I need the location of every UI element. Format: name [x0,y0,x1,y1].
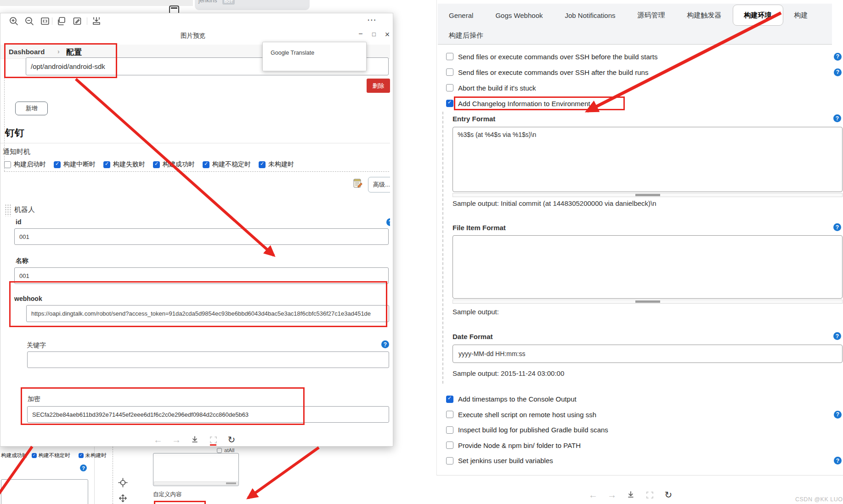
google-translate-popup[interactable]: Google Translate [262,42,367,71]
tab-构建触发器[interactable]: 构建触发器 [676,4,733,27]
notify-timing-label: 通知时机 [3,147,30,156]
checkbox[interactable] [259,161,266,168]
checkbox[interactable] [203,161,209,168]
checkbox[interactable] [79,453,84,458]
id-label: id [16,218,21,226]
toolbar-divider [52,17,52,25]
file-item-format-textarea[interactable] [453,235,843,299]
refresh-icon[interactable]: ↻ [662,489,674,501]
background-browser-tab [0,0,193,6]
tab-post-build-actions[interactable]: 构建后操作 [449,31,483,40]
checkbox[interactable] [32,453,37,458]
zoom-in-icon[interactable] [9,16,19,26]
at-all-option: atAll [217,447,234,453]
help-icon[interactable]: ? [833,332,841,340]
webhook-input[interactable] [26,305,389,322]
close-button[interactable]: × [383,30,392,40]
move-icon[interactable] [119,494,127,504]
checkbox-option: 构建中断时 [54,160,96,169]
checkbox[interactable] [446,68,453,76]
drag-handle-icon[interactable] [5,204,11,216]
checkbox[interactable] [4,161,11,168]
checkbox-label: 构建不稳定时 [39,452,70,459]
checkbox[interactable] [446,53,453,60]
add-button[interactable]: 新增 [15,102,48,115]
checkbox-label: Send files or execute commands over SSH … [458,53,657,61]
robot-section-label: 机器人 [14,205,35,214]
tab-job-notifications[interactable]: Job Notifications [554,4,627,27]
option-row: Send files or execute commands over SSH … [437,49,843,64]
crosshair-icon[interactable] [118,478,128,489]
option-row: Execute shell script on remote host usin… [437,407,843,423]
breadcrumb-dashboard[interactable]: Dashboard [9,48,45,56]
back-icon[interactable]: ← [587,489,599,501]
tab-gogs-webhook[interactable]: Gogs Webhook [484,4,554,27]
checkbox[interactable] [446,457,453,464]
security-input[interactable] [27,406,389,423]
forward-icon[interactable]: → [170,434,182,446]
delete-button[interactable]: 删除 [367,79,390,93]
horizontal-scrollbar[interactable] [154,481,238,485]
checkbox[interactable] [446,411,453,418]
maximize-button[interactable]: □ [369,31,379,38]
build-env-options-top: Send files or execute commands over SSH … [437,49,843,111]
advanced-button[interactable]: 高级... [368,177,390,193]
date-format-input[interactable] [453,345,843,363]
tab-构建[interactable]: 构建 [783,4,819,27]
checkbox-label: atAll [224,447,234,453]
help-icon[interactable]: ? [834,411,842,419]
horizontal-scrollbar[interactable] [453,300,843,304]
option-row: Set jenkins user build variables? [437,453,843,469]
back-icon[interactable]: ← [152,434,164,446]
actual-size-icon[interactable] [40,16,50,26]
option-row: Abort the build if it's stuck [437,80,843,96]
annotation-box-custom-content [154,501,206,504]
keyword-label: 关键字 [27,341,46,350]
help-icon[interactable]: ? [80,464,87,471]
entry-format-textarea[interactable]: %3$s (at %4$s via %1$s)\n [453,127,843,192]
checkbox[interactable] [446,426,453,434]
help-icon[interactable]: ? [834,457,842,464]
copy-icon[interactable] [57,16,67,26]
checkbox[interactable] [446,442,453,449]
help-icon[interactable]: ? [386,218,390,226]
tab-general[interactable]: General [438,4,484,27]
more-menu-icon[interactable]: ⋯ [367,14,377,25]
help-icon[interactable]: ? [381,340,389,348]
divider [0,143,390,143]
download-icon[interactable] [625,489,637,501]
tab-源码管理[interactable]: 源码管理 [627,4,676,27]
refresh-icon[interactable]: ↻ [226,434,238,446]
checkbox[interactable] [217,448,222,453]
horizontal-scrollbar[interactable] [453,193,843,197]
edit-icon[interactable] [72,16,82,26]
fullscreen-icon[interactable] [644,489,656,501]
checkbox[interactable] [54,161,61,168]
checkbox-option: 未构建时 [259,160,294,169]
help-icon[interactable]: ? [834,53,842,61]
help-icon[interactable]: ? [833,223,841,231]
checkbox[interactable] [103,161,110,168]
checkbox[interactable] [446,100,453,107]
checkbox[interactable] [446,396,453,403]
notepad-icon[interactable] [352,178,364,191]
checkbox[interactable] [446,84,453,91]
zoom-out-icon[interactable] [24,16,34,26]
download-icon[interactable] [189,434,201,446]
forward-icon[interactable]: → [606,489,618,501]
robot-id-input[interactable] [14,228,389,245]
watermark: CSDN @KK LUO [795,496,843,503]
jenkins-config-panel: GeneralGogs WebhookJob Notifications源码管理… [436,0,843,476]
minimize-button[interactable]: − [356,30,365,38]
screen: jenkins BOT GeneralGogs WebhookJob Notif… [0,0,843,504]
tab-构建环境[interactable]: 构建环境 [733,5,783,26]
save-icon[interactable] [91,16,102,26]
checkbox-label: 构建成功时 [1,452,28,459]
keyword-input[interactable] [27,351,389,368]
robot-name-input[interactable] [14,267,389,284]
help-icon[interactable]: ? [833,114,841,122]
help-icon[interactable]: ? [834,68,842,76]
checkbox[interactable] [153,161,160,168]
date-format-label: Date Format [453,333,493,340]
message-textarea[interactable] [1,479,88,504]
